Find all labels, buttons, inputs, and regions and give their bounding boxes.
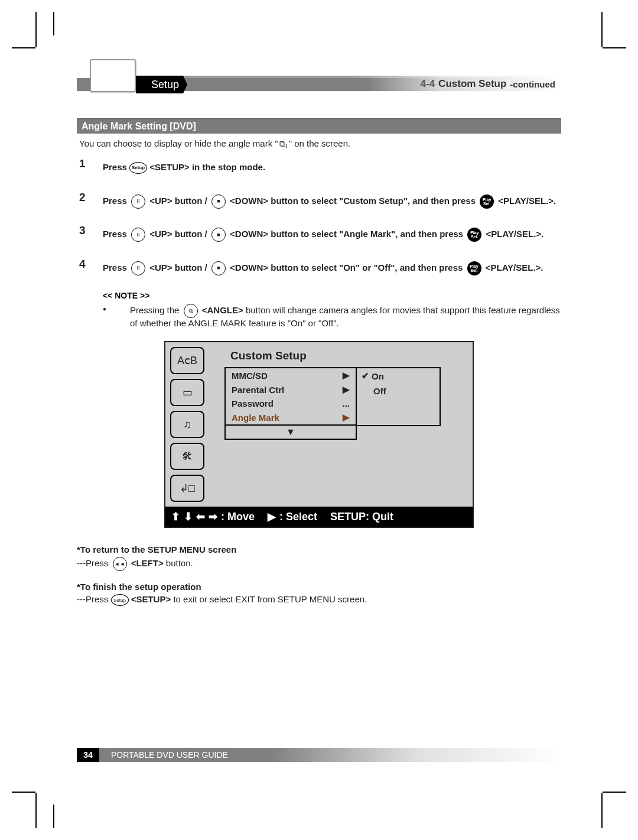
finish-heading: *To finish the setup operation: [77, 582, 561, 592]
crop-mark: [53, 12, 54, 35]
return-heading: *To return to the SETUP MENU screen: [77, 544, 561, 554]
breadcrumb: Setup: [136, 76, 187, 93]
chapter-number: 4-4: [421, 78, 435, 90]
osd-quit-label: SETUP: Quit: [330, 511, 393, 523]
crop-mark: [35, 793, 37, 828]
crop-mark: [12, 47, 35, 48]
osd-option-item: Off: [357, 384, 440, 398]
step-body: Press II <UP> button / ■ <DOWN> button t…: [103, 258, 543, 278]
note-body: Pressing the ⧉ <ANGLE> button will chang…: [103, 304, 561, 328]
step-number: 2: [79, 191, 103, 204]
angle-mark-icon: ⧉₁: [278, 139, 289, 149]
crop-mark: [603, 47, 626, 48]
step-text: <PLAY/SEL.>.: [483, 229, 543, 239]
osd-menu-label: MMC/SD: [232, 371, 268, 381]
step-text: <DOWN> button to select "Angle Mark", an…: [227, 229, 466, 239]
arrow-right-icon: ➡: [209, 510, 217, 523]
chapter-suffix: -continued: [510, 79, 555, 89]
osd-menu-label: Parental Ctrl: [232, 385, 284, 395]
osd-menu: MMC/SD▶Parental Ctrl▶Password...Angle Ma…: [224, 367, 357, 440]
osd-menu-item: MMC/SD▶: [226, 368, 356, 382]
osd-sidebar-icon: 🛠: [170, 443, 204, 470]
osd-move-label: : Move: [221, 511, 255, 523]
osd-screenshot: AᴄB▭♫🛠↲□ Custom Setup MMC/SD▶Parental Ct…: [164, 341, 474, 528]
finish-text: ---Press: [77, 594, 111, 604]
return-text: ---Press: [77, 558, 111, 568]
step-text: Press: [103, 162, 129, 172]
osd-sidebar: AᴄB▭♫🛠↲□: [165, 342, 224, 507]
step-number: 1: [79, 157, 103, 170]
osd-title: Custom Setup: [224, 346, 467, 367]
page-header: Setup 4-4 Custom Setup -continued: [77, 65, 561, 93]
crop-mark: [603, 792, 626, 793]
step-body: Press Setup <SETUP> in the stop mode.: [103, 157, 265, 178]
play-sel-button-icon: Play Sel.: [480, 194, 494, 209]
step-text: Press: [103, 229, 129, 239]
left-button-icon: ◄◄: [113, 557, 127, 571]
step-text: <UP> button /: [147, 196, 210, 206]
chevron-right-icon: ▶: [343, 384, 350, 395]
up-button-icon: II: [131, 228, 145, 242]
osd-menu-label: Password: [232, 398, 274, 408]
crop-mark: [12, 792, 35, 793]
play-sel-button-icon: Play Sel.: [467, 261, 481, 275]
osd-hint-bar: ⬆ ⬇ ⬅ ➡ : Move ▶ : Select SETUP: Quit: [165, 507, 473, 527]
step-text: <DOWN> button to select "On" or "Off", a…: [227, 262, 466, 273]
intro-text: You can choose to display or hide the an…: [79, 138, 559, 149]
arrow-up-icon: ⬆: [171, 510, 180, 523]
setup-button-icon: Setup: [129, 162, 147, 174]
chevron-right-icon: ▶: [343, 370, 350, 381]
osd-select-label: : Select: [279, 511, 317, 523]
step-text: <DOWN> button to select "Custom Setup", …: [227, 196, 478, 206]
page-number: 34: [77, 748, 99, 762]
chevron-right-icon: ...: [342, 398, 350, 408]
osd-menu-down-hint: ▼: [226, 424, 356, 439]
chapter-title-text: Custom Setup: [438, 78, 506, 90]
footer-text: PORTABLE DVD USER GUIDE: [111, 748, 228, 762]
step-text: <SETUP> in the stop mode.: [147, 162, 265, 172]
up-button-icon: II: [131, 261, 145, 275]
arrow-left-icon: ⬅: [196, 510, 205, 523]
down-button-icon: ■: [211, 194, 226, 209]
osd-menu-item: Angle Mark▶: [226, 410, 356, 424]
crop-mark: [35, 12, 37, 47]
steps-list: 1Press Setup <SETUP> in the stop mode.2P…: [79, 157, 561, 278]
crop-mark: [601, 12, 603, 47]
step-body: Press II <UP> button / ■ <DOWN> button t…: [103, 224, 543, 245]
osd-sidebar-icon: ▭: [170, 379, 204, 406]
osd-options: ✔OnOff: [357, 367, 441, 426]
note-heading: << NOTE >>: [103, 291, 561, 300]
note-text: Pressing the: [130, 305, 182, 315]
crop-mark: [601, 793, 603, 828]
step-text: Press: [103, 262, 129, 273]
osd-option-label: Off: [373, 386, 386, 396]
device-thumb-icon: [90, 59, 136, 92]
step-number: 3: [79, 224, 103, 237]
left-label: <LEFT>: [131, 558, 164, 568]
page-footer: 34 PORTABLE DVD USER GUIDE: [77, 748, 561, 763]
finish-text: to exit or select EXIT from SETUP MENU s…: [173, 594, 367, 604]
step-text: <UP> button /: [147, 229, 210, 239]
section-heading: Angle Mark Setting [DVD]: [77, 118, 561, 134]
osd-sidebar-icon: ♫: [170, 411, 204, 438]
step-text: <PLAY/SEL.>.: [483, 262, 543, 273]
osd-sidebar-icon: AᴄB: [170, 347, 204, 374]
osd-menu-label: Angle Mark: [232, 413, 279, 423]
step-text: <UP> button /: [147, 262, 210, 273]
return-text: button.: [166, 558, 193, 568]
osd-menu-item: Password...: [226, 397, 356, 410]
step-item: 4Press II <UP> button / ■ <DOWN> button …: [79, 258, 561, 278]
angle-button-icon: ⧉: [184, 304, 198, 318]
step-body: Press II <UP> button / ■ <DOWN> button t…: [103, 191, 556, 212]
setup-button-icon: Setup: [111, 594, 129, 606]
check-icon: ✔: [362, 371, 369, 381]
step-item: 1Press Setup <SETUP> in the stop mode.: [79, 157, 561, 178]
arrow-down-icon: ⬇: [184, 510, 193, 523]
down-button-icon: ■: [211, 228, 226, 242]
bullet-icon: [103, 304, 130, 328]
play-sel-button-icon: Play Sel.: [467, 228, 481, 242]
crop-mark: [53, 805, 54, 828]
osd-sidebar-icon: ↲□: [170, 475, 204, 502]
up-button-icon: II: [131, 194, 145, 209]
setup-label: <SETUP>: [131, 594, 171, 604]
